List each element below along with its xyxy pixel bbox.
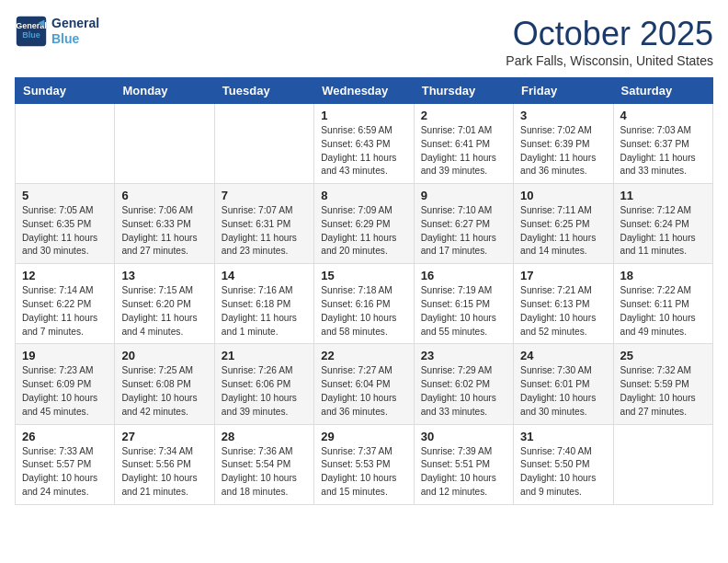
day-number: 21 [222, 349, 307, 362]
day-info: Sunrise: 7:03 AM Sunset: 6:37 PM Dayligh… [620, 124, 706, 178]
month-title: October 2025 [506, 15, 713, 53]
day-cell [613, 424, 712, 504]
day-cell: 23Sunrise: 7:29 AM Sunset: 6:02 PM Dayli… [414, 344, 513, 424]
week-row-4: 19Sunrise: 7:23 AM Sunset: 6:09 PM Dayli… [16, 344, 713, 424]
weekday-header-friday: Friday [514, 78, 613, 104]
day-info: Sunrise: 6:59 AM Sunset: 6:43 PM Dayligh… [321, 124, 406, 178]
day-info: Sunrise: 7:09 AM Sunset: 6:29 PM Dayligh… [321, 204, 406, 259]
day-info: Sunrise: 7:27 AM Sunset: 6:04 PM Dayligh… [321, 364, 406, 419]
day-number: 5 [22, 189, 108, 202]
day-cell: 21Sunrise: 7:26 AM Sunset: 6:06 PM Dayli… [214, 344, 313, 424]
day-info: Sunrise: 7:01 AM Sunset: 6:41 PM Dayligh… [421, 124, 506, 178]
day-number: 6 [121, 189, 207, 202]
day-cell: 30Sunrise: 7:39 AM Sunset: 5:51 PM Dayli… [414, 424, 513, 504]
day-info: Sunrise: 7:19 AM Sunset: 6:15 PM Dayligh… [421, 284, 506, 339]
day-cell: 19Sunrise: 7:23 AM Sunset: 6:09 PM Dayli… [16, 344, 115, 424]
day-info: Sunrise: 7:11 AM Sunset: 6:25 PM Dayligh… [520, 204, 606, 259]
weekday-header-tuesday: Tuesday [214, 78, 313, 104]
day-number: 10 [520, 189, 606, 202]
day-number: 19 [22, 349, 108, 362]
day-info: Sunrise: 7:02 AM Sunset: 6:39 PM Dayligh… [520, 124, 606, 178]
logo-line1: General [51, 16, 99, 31]
day-info: Sunrise: 7:33 AM Sunset: 5:57 PM Dayligh… [22, 445, 108, 500]
day-number: 9 [421, 189, 506, 202]
day-cell: 20Sunrise: 7:25 AM Sunset: 6:08 PM Dayli… [115, 344, 214, 424]
day-cell: 9Sunrise: 7:10 AM Sunset: 6:27 PM Daylig… [414, 184, 513, 264]
day-cell: 11Sunrise: 7:12 AM Sunset: 6:24 PM Dayli… [613, 184, 712, 264]
day-cell: 28Sunrise: 7:36 AM Sunset: 5:54 PM Dayli… [214, 424, 313, 504]
day-number: 13 [121, 269, 207, 282]
day-info: Sunrise: 7:23 AM Sunset: 6:09 PM Dayligh… [22, 364, 108, 419]
day-number: 14 [222, 269, 307, 282]
day-info: Sunrise: 7:12 AM Sunset: 6:24 PM Dayligh… [620, 204, 706, 259]
day-number: 28 [222, 430, 307, 443]
weekday-header-monday: Monday [115, 78, 214, 104]
day-info: Sunrise: 7:06 AM Sunset: 6:33 PM Dayligh… [121, 204, 207, 259]
day-info: Sunrise: 7:05 AM Sunset: 6:35 PM Dayligh… [22, 204, 108, 259]
logo-text: General Blue [51, 16, 99, 47]
day-number: 17 [520, 269, 606, 282]
day-info: Sunrise: 7:25 AM Sunset: 6:08 PM Dayligh… [121, 364, 207, 419]
day-cell: 25Sunrise: 7:32 AM Sunset: 5:59 PM Dayli… [613, 344, 712, 424]
day-number: 1 [321, 109, 406, 122]
day-number: 12 [22, 269, 108, 282]
day-cell: 15Sunrise: 7:18 AM Sunset: 6:16 PM Dayli… [314, 264, 414, 344]
day-number: 3 [520, 109, 606, 122]
day-info: Sunrise: 7:10 AM Sunset: 6:27 PM Dayligh… [421, 204, 506, 259]
day-info: Sunrise: 7:36 AM Sunset: 5:54 PM Dayligh… [222, 445, 307, 500]
day-cell: 2Sunrise: 7:01 AM Sunset: 6:41 PM Daylig… [414, 104, 513, 184]
day-info: Sunrise: 7:21 AM Sunset: 6:13 PM Dayligh… [520, 284, 606, 339]
title-block: October 2025 Park Falls, Wisconsin, Unit… [506, 15, 713, 68]
day-number: 4 [620, 109, 706, 122]
day-cell: 17Sunrise: 7:21 AM Sunset: 6:13 PM Dayli… [514, 264, 613, 344]
svg-text:Blue: Blue [22, 30, 40, 40]
day-info: Sunrise: 7:22 AM Sunset: 6:11 PM Dayligh… [620, 284, 706, 339]
weekday-header-wednesday: Wednesday [314, 78, 414, 104]
week-row-5: 26Sunrise: 7:33 AM Sunset: 5:57 PM Dayli… [16, 424, 713, 504]
day-number: 31 [520, 430, 606, 443]
week-row-1: 1Sunrise: 6:59 AM Sunset: 6:43 PM Daylig… [16, 104, 713, 184]
day-cell: 6Sunrise: 7:06 AM Sunset: 6:33 PM Daylig… [115, 184, 214, 264]
day-info: Sunrise: 7:37 AM Sunset: 5:53 PM Dayligh… [321, 445, 406, 500]
day-number: 16 [421, 269, 506, 282]
day-number: 11 [620, 189, 706, 202]
day-cell: 4Sunrise: 7:03 AM Sunset: 6:37 PM Daylig… [613, 104, 712, 184]
day-cell: 7Sunrise: 7:07 AM Sunset: 6:31 PM Daylig… [214, 184, 313, 264]
day-cell: 26Sunrise: 7:33 AM Sunset: 5:57 PM Dayli… [16, 424, 115, 504]
day-number: 7 [222, 189, 307, 202]
day-cell: 8Sunrise: 7:09 AM Sunset: 6:29 PM Daylig… [314, 184, 414, 264]
day-info: Sunrise: 7:39 AM Sunset: 5:51 PM Dayligh… [421, 445, 506, 500]
day-cell: 22Sunrise: 7:27 AM Sunset: 6:04 PM Dayli… [314, 344, 414, 424]
logo-line2: Blue [51, 31, 99, 47]
day-info: Sunrise: 7:40 AM Sunset: 5:50 PM Dayligh… [520, 445, 606, 500]
day-number: 23 [421, 349, 506, 362]
weekday-header-row: SundayMondayTuesdayWednesdayThursdayFrid… [16, 78, 713, 104]
day-info: Sunrise: 7:18 AM Sunset: 6:16 PM Dayligh… [321, 284, 406, 339]
day-info: Sunrise: 7:30 AM Sunset: 6:01 PM Dayligh… [520, 364, 606, 419]
day-info: Sunrise: 7:14 AM Sunset: 6:22 PM Dayligh… [22, 284, 108, 339]
day-info: Sunrise: 7:07 AM Sunset: 6:31 PM Dayligh… [222, 204, 307, 259]
weekday-header-thursday: Thursday [414, 78, 513, 104]
day-number: 29 [321, 430, 406, 443]
day-info: Sunrise: 7:32 AM Sunset: 5:59 PM Dayligh… [620, 364, 706, 419]
day-info: Sunrise: 7:29 AM Sunset: 6:02 PM Dayligh… [421, 364, 506, 419]
day-info: Sunrise: 7:26 AM Sunset: 6:06 PM Dayligh… [222, 364, 307, 419]
calendar-table: SundayMondayTuesdayWednesdayThursdayFrid… [15, 77, 713, 505]
day-cell: 14Sunrise: 7:16 AM Sunset: 6:18 PM Dayli… [214, 264, 313, 344]
day-cell [214, 104, 313, 184]
week-row-2: 5Sunrise: 7:05 AM Sunset: 6:35 PM Daylig… [16, 184, 713, 264]
day-number: 15 [321, 269, 406, 282]
location: Park Falls, Wisconsin, United States [506, 53, 713, 68]
day-number: 18 [620, 269, 706, 282]
day-cell: 24Sunrise: 7:30 AM Sunset: 6:01 PM Dayli… [514, 344, 613, 424]
page-header: General Blue General Blue October 2025 P… [15, 15, 713, 68]
weekday-header-saturday: Saturday [613, 78, 712, 104]
day-cell: 5Sunrise: 7:05 AM Sunset: 6:35 PM Daylig… [16, 184, 115, 264]
day-cell: 31Sunrise: 7:40 AM Sunset: 5:50 PM Dayli… [514, 424, 613, 504]
day-cell: 16Sunrise: 7:19 AM Sunset: 6:15 PM Dayli… [414, 264, 513, 344]
day-info: Sunrise: 7:15 AM Sunset: 6:20 PM Dayligh… [121, 284, 207, 339]
day-cell: 3Sunrise: 7:02 AM Sunset: 6:39 PM Daylig… [514, 104, 613, 184]
day-cell [16, 104, 115, 184]
day-number: 20 [121, 349, 207, 362]
logo: General Blue General Blue [15, 15, 99, 48]
